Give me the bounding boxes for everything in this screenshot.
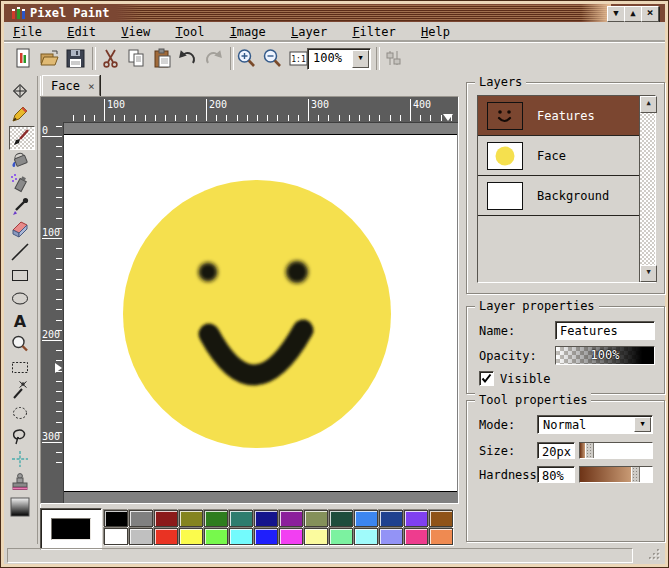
- fill-tool[interactable]: [9, 149, 33, 171]
- color-swatch[interactable]: [229, 510, 253, 527]
- layer-row-face[interactable]: Face: [478, 136, 639, 176]
- hardness-input[interactable]: 80%: [537, 466, 575, 483]
- color-swatch[interactable]: [429, 510, 453, 527]
- pencil-tool[interactable]: [9, 103, 33, 125]
- color-swatch[interactable]: [154, 528, 178, 545]
- text-tool[interactable]: A: [9, 310, 33, 332]
- open-file-button[interactable]: [38, 47, 61, 70]
- menu-view[interactable]: View: [112, 22, 159, 42]
- color-swatch[interactable]: [379, 528, 403, 545]
- face-circle: [123, 180, 391, 448]
- title-bar[interactable]: Pixel Paint ▼ ▲ ×: [4, 4, 665, 22]
- resize-grip[interactable]: [645, 546, 661, 562]
- layer-row-background[interactable]: Background: [478, 176, 639, 216]
- vertical-ruler[interactable]: 0100200300: [41, 122, 64, 503]
- color-swatch[interactable]: [229, 528, 253, 545]
- size-input[interactable]: 20px: [537, 442, 575, 459]
- minimize-button[interactable]: ▼: [607, 6, 625, 22]
- color-swatch[interactable]: [104, 510, 128, 527]
- canvas-document[interactable]: [64, 134, 457, 492]
- color-swatch[interactable]: [204, 528, 228, 545]
- maximize-button[interactable]: ▲: [624, 6, 642, 22]
- close-button[interactable]: ×: [641, 6, 659, 22]
- color-swatch[interactable]: [204, 510, 228, 527]
- mode-combo[interactable]: Normal ▼: [537, 415, 653, 434]
- canvas-viewport[interactable]: [63, 122, 458, 503]
- color-swatch[interactable]: [279, 510, 303, 527]
- color-swatch[interactable]: [404, 528, 428, 545]
- color-swatch[interactable]: [129, 510, 153, 527]
- zoom-in-button[interactable]: [235, 47, 258, 70]
- freehand-select-tool[interactable]: [9, 425, 33, 447]
- redo-button[interactable]: [202, 47, 225, 70]
- color-swatch[interactable]: [254, 528, 278, 545]
- menu-filter[interactable]: Filter: [343, 22, 404, 42]
- layers-scrollbar[interactable]: ▲ ▼: [640, 96, 655, 282]
- color-swatch[interactable]: [179, 528, 203, 545]
- opacity-slider[interactable]: 100%: [555, 346, 655, 365]
- foreground-color[interactable]: [51, 518, 91, 540]
- color-swatch[interactable]: [304, 510, 328, 527]
- color-swatch[interactable]: [154, 510, 178, 527]
- rectangle-tool[interactable]: [9, 264, 33, 286]
- crosshair-tool[interactable]: [9, 448, 33, 470]
- menu-image[interactable]: Image: [221, 22, 275, 42]
- ellipse-tool[interactable]: [9, 287, 33, 309]
- menu-help[interactable]: Help: [412, 22, 459, 42]
- color-swatch[interactable]: [179, 510, 203, 527]
- rect-select-tool[interactable]: [9, 356, 33, 378]
- zoom-level-combo[interactable]: 100% ▼: [307, 48, 371, 70]
- spray-tool[interactable]: [9, 172, 33, 194]
- size-slider-thumb[interactable]: [585, 443, 594, 458]
- color-swatch[interactable]: [354, 528, 378, 545]
- check-icon: [483, 375, 491, 382]
- brush-tool[interactable]: [9, 126, 35, 150]
- color-swatch[interactable]: [304, 528, 328, 545]
- new-file-button[interactable]: [12, 47, 35, 70]
- gradient-tool[interactable]: [9, 496, 33, 518]
- tab-close-icon[interactable]: ×: [88, 80, 95, 93]
- undo-button[interactable]: [176, 47, 199, 70]
- lasso-tool[interactable]: [9, 402, 33, 424]
- color-swatch[interactable]: [279, 528, 303, 545]
- color-swatch[interactable]: [254, 510, 278, 527]
- visible-checkbox[interactable]: [479, 371, 494, 386]
- menu-edit[interactable]: Edit: [58, 22, 105, 42]
- magic-wand-tool[interactable]: [9, 379, 33, 401]
- zoom-out-button[interactable]: [261, 47, 284, 70]
- hardness-slider[interactable]: [579, 466, 653, 483]
- eyedropper-tool[interactable]: [9, 195, 33, 217]
- scroll-up-icon[interactable]: ▲: [640, 96, 657, 113]
- stamp-tool[interactable]: [9, 471, 33, 493]
- horizontal-ruler[interactable]: 100200300400: [63, 97, 458, 123]
- move-tool[interactable]: [9, 80, 33, 102]
- tool-options-button[interactable]: [382, 47, 405, 70]
- color-swatch[interactable]: [104, 528, 128, 545]
- color-swatch[interactable]: [354, 510, 378, 527]
- current-colors-swatch[interactable]: [40, 508, 102, 550]
- color-swatch[interactable]: [329, 510, 353, 527]
- hardness-slider-thumb[interactable]: [631, 467, 640, 482]
- eraser-tool[interactable]: [9, 218, 33, 240]
- zoom-tool[interactable]: [9, 333, 33, 355]
- color-swatch[interactable]: [329, 528, 353, 545]
- menu-layer[interactable]: Layer: [282, 22, 336, 42]
- line-tool[interactable]: [9, 241, 33, 263]
- layer-name-input[interactable]: Features: [555, 321, 655, 340]
- color-swatch[interactable]: [404, 510, 428, 527]
- color-swatch[interactable]: [129, 528, 153, 545]
- menu-file[interactable]: File: [4, 22, 51, 42]
- tab-face[interactable]: Face×: [42, 75, 100, 96]
- save-button[interactable]: [64, 47, 87, 70]
- copy-button[interactable]: [125, 47, 148, 70]
- scroll-down-icon[interactable]: ▼: [640, 265, 657, 282]
- layer-row-features[interactable]: Features: [478, 96, 639, 136]
- chevron-down-icon[interactable]: ▼: [352, 50, 369, 68]
- color-swatch[interactable]: [429, 528, 453, 545]
- chevron-down-icon[interactable]: ▼: [634, 417, 651, 432]
- size-slider[interactable]: [579, 442, 653, 459]
- color-swatch[interactable]: [379, 510, 403, 527]
- menu-tool[interactable]: Tool: [166, 22, 213, 42]
- cut-button[interactable]: [99, 47, 122, 70]
- paste-button[interactable]: [151, 47, 174, 70]
